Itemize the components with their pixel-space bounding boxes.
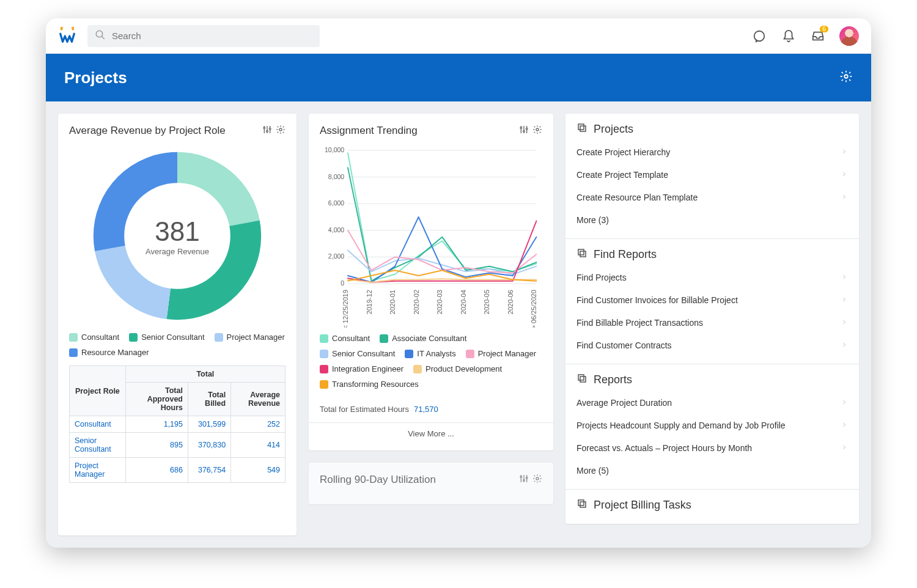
workday-logo[interactable] [58,27,76,45]
chat-icon[interactable] [751,28,767,44]
svg-text:2020-06: 2020-06 [507,290,514,314]
svg-text:6,000: 6,000 [328,199,344,207]
page-header: Projects [46,54,871,101]
role-link[interactable]: Consultant [75,420,111,428]
trending-total: Total for Estimated Hours71,570 [320,405,542,414]
gear-icon[interactable] [532,125,542,137]
legend-label: Senior Consultant [332,349,395,358]
card-average-revenue: Average Revenue by Project Role 381 Aver… [58,114,296,535]
svg-rect-55 [580,377,586,382]
nav-link[interactable]: Projects Headcount Supply and Demand by … [576,414,848,436]
svg-text:2019-12: 2019-12 [366,290,373,314]
sliders-icon[interactable] [262,125,272,137]
nav-link[interactable]: Find Billable Project Transactions [576,311,848,334]
cell-link[interactable]: 686 [170,466,183,474]
line-chart[interactable]: 02,0004,0006,0008,00010,000< 12/25/20192… [320,144,542,328]
gear-icon[interactable] [276,125,285,137]
cell-link[interactable]: 376,754 [198,466,226,474]
cell-link[interactable]: 1,195 [164,420,183,428]
link-label: More (3) [576,215,609,225]
cell-link[interactable]: 414 [267,441,280,449]
chevron-right-icon [841,295,848,305]
nav-link[interactable]: Create Resource Plan Template [576,186,848,208]
svg-text:2,000: 2,000 [328,252,344,260]
more-link[interactable]: More (5) [576,459,848,482]
nav-link[interactable]: Forecast vs. Actuals – Project Hours by … [576,436,848,459]
legend-label: Project Manager [227,333,285,342]
svg-rect-53 [580,251,586,257]
chevron-right-icon [841,273,848,282]
role-link[interactable]: Senior Consultant [75,436,111,454]
inbox-icon[interactable]: 6 [810,28,826,44]
cell-link[interactable]: 252 [267,420,280,428]
link-label: Find Projects [576,273,627,282]
legend-item[interactable]: Consultant [69,333,119,342]
section-header: Reports [565,364,859,391]
legend-item[interactable]: Resource Manager [69,348,149,357]
legend-item[interactable]: Consultant [320,334,370,343]
more-link[interactable]: More (3) [576,208,848,231]
svg-text:< 12/25/2019: < 12/25/2019 [342,290,349,328]
search-input[interactable] [112,31,312,41]
donut-chart[interactable]: 381 Average Revenue [92,150,263,322]
card-title: Rolling 90-Day Utilization [320,474,436,486]
swatch-icon [69,333,78,342]
swatch-icon [320,350,328,358]
svg-rect-50 [578,124,584,130]
svg-point-19 [523,130,525,132]
table-row: Senior Consultant895370,830414 [70,433,285,458]
legend-item[interactable]: Project Manager [466,349,536,358]
legend-item[interactable]: IT Analysts [405,349,455,358]
cell-link[interactable]: 301,599 [198,420,226,428]
link-label: Average Project Duration [576,398,672,408]
gear-icon[interactable] [532,474,542,486]
chevron-right-icon [841,421,848,430]
svg-point-21 [536,128,539,131]
legend-item[interactable]: Senior Consultant [320,349,395,358]
inbox-badge: 6 [820,26,828,32]
user-avatar[interactable] [839,26,859,46]
legend-item[interactable]: Transforming Resources [320,380,419,389]
legend-item[interactable]: Senior Consultant [129,333,204,342]
svg-rect-54 [578,375,584,380]
legend-item[interactable]: Project Manager [215,333,285,342]
svg-point-7 [263,127,265,129]
sliders-icon[interactable] [519,125,529,137]
page-settings-icon[interactable] [839,70,853,86]
legend-item[interactable]: Integration Engineer [320,364,403,373]
svg-rect-56 [578,500,584,505]
nav-link[interactable]: Find Customer Invoices for Billable Proj… [576,288,848,311]
notifications-icon[interactable] [781,28,797,44]
link-label: Create Resource Plan Template [576,193,698,202]
nav-link[interactable]: Create Project Hierarchy [576,141,848,163]
card-rolling-utilization: Rolling 90-Day Utilization [309,463,553,504]
sliders-icon[interactable] [519,474,529,486]
section-icon [576,248,587,261]
legend-item[interactable]: Product Development [413,364,502,373]
chevron-right-icon [841,193,848,202]
cell-link[interactable]: 370,830 [198,441,226,449]
swatch-icon [320,380,328,389]
cell-link[interactable]: 895 [170,441,183,449]
svg-text:4,000: 4,000 [328,226,344,233]
nav-link[interactable]: Find Projects [576,266,848,288]
right-link-panel: ProjectsCreate Project HierarchyCreate P… [565,114,859,524]
nav-link[interactable]: Average Project Duration [576,391,848,414]
search-box[interactable] [87,25,320,47]
legend-item[interactable]: Associate Consultant [380,334,466,343]
nav-link[interactable]: Create Project Template [576,163,848,186]
legend-label: Consultant [332,334,370,343]
svg-rect-51 [580,126,586,131]
section-title: Find Reports [594,248,657,261]
section-title: Projects [594,123,633,136]
link-label: Projects Headcount Supply and Demand by … [576,421,786,430]
legend-label: Transforming Resources [332,380,419,389]
cell-link[interactable]: 549 [267,466,280,474]
swatch-icon [466,350,474,358]
card-assignment-trending: Assignment Trending 02,0004,0006,0008,00… [309,114,553,450]
nav-link[interactable]: Find Customer Contracts [576,334,848,356]
role-link[interactable]: Project Manager [75,461,105,479]
svg-point-2 [754,31,765,41]
card-title: Average Revenue by Project Role [69,125,226,137]
view-more-link[interactable]: View More ... [320,423,542,439]
